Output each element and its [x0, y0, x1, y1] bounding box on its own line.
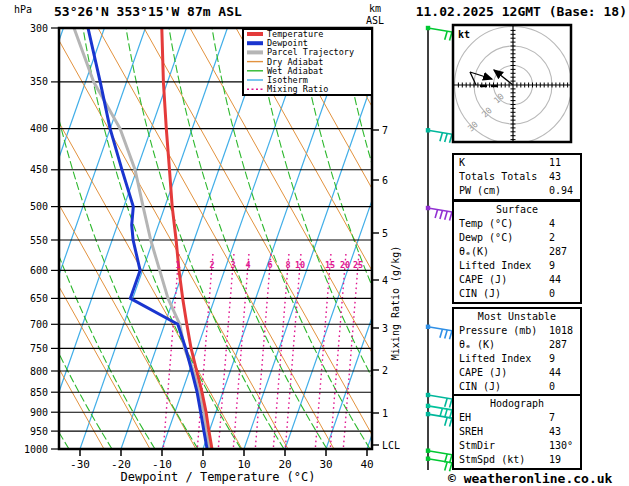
table-row-value: 287	[549, 338, 575, 352]
table-row-value: 130°	[549, 439, 575, 453]
table-row: θₑ(K)287	[454, 245, 580, 259]
km-tick-label: 6	[382, 175, 388, 186]
pressure-axis-unit: hPa	[14, 4, 32, 15]
table-row: Lifted Index9	[454, 352, 580, 366]
km-tick-label: 1	[382, 408, 388, 419]
mixing-ratio-value-label: 3	[230, 260, 235, 270]
table-row-label: θₑ (K)	[459, 338, 549, 352]
pressure-tick-label: 600	[30, 265, 48, 276]
table-row: Totals Totals43	[454, 170, 580, 184]
table-row: PW (cm)0.94	[454, 184, 580, 198]
table-row-value: 11	[549, 156, 575, 170]
table-row-label: StmSpd (kt)	[459, 453, 549, 467]
pressure-tick-label: 900	[30, 407, 48, 418]
table-row-value: 19	[549, 453, 575, 467]
table-header: Most Unstable	[454, 310, 580, 324]
km-tick-label: 4	[382, 275, 388, 286]
mixing-ratio-value-label: 25	[353, 260, 363, 270]
table-header: Surface	[454, 203, 580, 217]
temp-tick-label: 30	[319, 458, 332, 471]
table-row-value: 0.94	[549, 184, 575, 198]
table-row-value: 9	[549, 259, 575, 273]
pressure-tick-label: 400	[30, 123, 48, 134]
table-row: Pressure (mb)1018	[454, 324, 580, 338]
table-row: SREH43	[454, 425, 580, 439]
table-row-value: 43	[549, 425, 575, 439]
table-row-value: 44	[549, 366, 575, 380]
table-row: Temp (°C)4	[454, 217, 580, 231]
temp-tick-label: 40	[360, 458, 373, 471]
pressure-tick-label: 950	[30, 426, 48, 437]
table-row-label: θₑ(K)	[459, 245, 549, 259]
table-row-label: Lifted Index	[459, 352, 549, 366]
temp-tick-label: -30	[70, 458, 90, 471]
table-row-value: 9	[549, 352, 575, 366]
table-row-value: 1018	[549, 324, 575, 338]
asl-axis-unit: ASL	[366, 15, 384, 26]
table-row-value: 2	[549, 231, 575, 245]
table-row-label: PW (cm)	[459, 184, 549, 198]
km-axis-unit: km	[369, 3, 381, 14]
table-row: CIN (J)0	[454, 287, 580, 301]
most-unstable-table: Most UnstablePressure (mb)1018θₑ (K)287L…	[452, 307, 582, 397]
lcl-label: LCL	[382, 440, 400, 451]
pressure-tick-label: 850	[30, 387, 48, 398]
table-row-label: StmDir	[459, 439, 549, 453]
pressure-tick-label: 500	[30, 201, 48, 212]
table-row-label: Pressure (mb)	[459, 324, 549, 338]
table-row: CAPE (J)44	[454, 273, 580, 287]
mixing-ratio-value-label: 20	[340, 260, 350, 270]
table-row-label: Totals Totals	[459, 170, 549, 184]
mixing-ratio-value-label: 10	[295, 260, 305, 270]
table-row: CAPE (J)44	[454, 366, 580, 380]
surface-table: SurfaceTemp (°C)4Dewp (°C)2θₑ(K)287Lifte…	[452, 200, 582, 304]
table-row-value: 7	[549, 411, 575, 425]
table-row-label: CIN (J)	[459, 380, 549, 394]
mixing-ratio-value-label: 6	[267, 260, 272, 270]
run-datetime: 11.02.2025 12GMT (Base: 18)	[416, 4, 627, 19]
pressure-tick-label: 550	[30, 235, 48, 246]
table-row-label: SREH	[459, 425, 549, 439]
table-row: Dewp (°C)2	[454, 231, 580, 245]
mixing-ratio-value-label: 8	[285, 260, 290, 270]
table-row: StmSpd (kt)19	[454, 453, 580, 467]
table-row-value: 0	[549, 380, 575, 394]
table-row-label: K	[459, 156, 549, 170]
mixing-ratio-value-label: 15	[325, 260, 335, 270]
legend-label: Mixing Ratio	[267, 84, 328, 94]
table-row: K11	[454, 156, 580, 170]
mixing-ratio-value-label: 1	[175, 260, 180, 270]
pressure-tick-label: 1000	[24, 444, 48, 455]
table-header: Hodograph	[454, 397, 580, 411]
hodograph-unit-label: kt	[458, 29, 470, 40]
table-row: EH7	[454, 411, 580, 425]
hodograph-table: HodographEH7SREH43StmDir130°StmSpd (kt)1…	[452, 394, 582, 470]
km-tick-label: 2	[382, 365, 388, 376]
mixing-ratio-axis-label: Mixing Ratio (g/kg)	[390, 246, 401, 360]
table-row-value: 4	[549, 217, 575, 231]
table-row: CIN (J)0	[454, 380, 580, 394]
table-row-value: 43	[549, 170, 575, 184]
km-tick-label: 3	[382, 323, 388, 334]
pressure-tick-label: 300	[30, 23, 48, 34]
pressure-tick-label: 800	[30, 366, 48, 377]
table-row-label: EH	[459, 411, 549, 425]
mixing-ratio-value-label: 4	[245, 260, 250, 270]
km-tick-label: 7	[382, 125, 388, 136]
table-row-label: CAPE (J)	[459, 273, 549, 287]
table-row: θₑ (K)287	[454, 338, 580, 352]
table-row: Lifted Index9	[454, 259, 580, 273]
table-row-label: CAPE (J)	[459, 366, 549, 380]
pressure-tick-label: 750	[30, 343, 48, 354]
table-row-value: 287	[549, 245, 575, 259]
table-row-label: CIN (J)	[459, 287, 549, 301]
indices-table: K11Totals Totals43PW (cm)0.94	[452, 153, 582, 201]
temp-axis-label: Dewpoint / Temperature (°C)	[120, 470, 315, 484]
km-tick-label: 5	[382, 228, 388, 239]
table-row-label: Lifted Index	[459, 259, 549, 273]
table-row-value: 44	[549, 273, 575, 287]
pressure-tick-label: 650	[30, 293, 48, 304]
station-title: 53°26'N 353°15'W 87m ASL	[54, 4, 242, 19]
copyright: © weatheronline.co.uk	[448, 471, 612, 486]
table-row-label: Dewp (°C)	[459, 231, 549, 245]
